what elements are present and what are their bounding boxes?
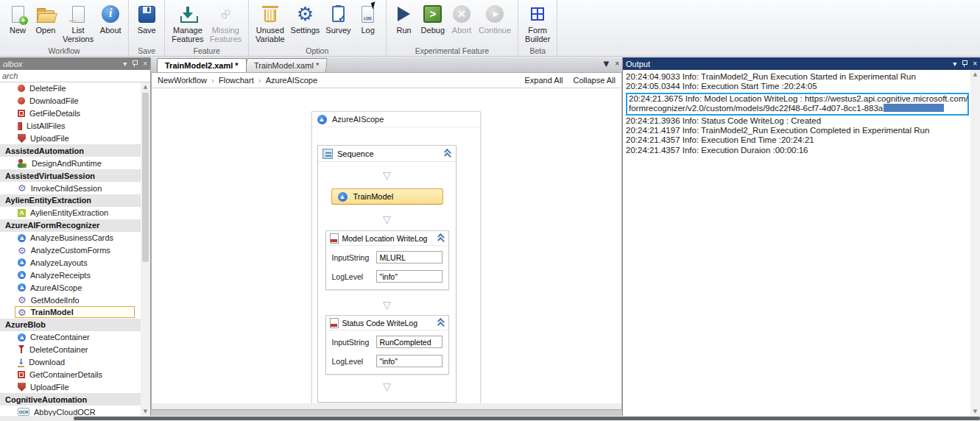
tab-trainmodel2[interactable]: TrainModel2.xaml *: [157, 58, 247, 72]
toolbox-item-uploadfile[interactable]: UploadFile: [0, 381, 141, 393]
abort-button[interactable]: Abort: [448, 2, 476, 46]
collapse-chevron-icon[interactable]: [443, 149, 451, 158]
red-glass-icon: [18, 345, 25, 354]
inputstring-field[interactable]: MLURL: [376, 251, 443, 263]
collapse-chevron-icon[interactable]: [437, 319, 445, 327]
unused-variable-button[interactable]: Unused Variable: [253, 2, 288, 46]
toolbox-search-input[interactable]: arch: [0, 70, 150, 82]
settings-button[interactable]: ⚙Settings: [288, 2, 323, 46]
toolbox-item-getmodelinfo[interactable]: ⚙GetModelInfo: [0, 294, 141, 306]
status-code-writelog-activity[interactable]: Status Code WriteLog InputString RunComp…: [325, 315, 449, 375]
scrollbar-thumb[interactable]: [74, 417, 980, 420]
toolbox-item-getcontainerdetails[interactable]: GetContainerDetails: [0, 368, 141, 381]
run-button[interactable]: Run: [390, 2, 418, 46]
toolbox-menu-dropdown-icon[interactable]: ▾: [123, 60, 127, 68]
scrollbar-thumb[interactable]: [142, 93, 149, 262]
toolbox-item-label: TrainModel: [31, 308, 74, 316]
toolbox-item-downloadfile[interactable]: DownloadFile: [0, 95, 141, 107]
toolbox-close-icon[interactable]: ×: [143, 60, 147, 68]
toolbox-item-download[interactable]: ↓Download: [0, 356, 141, 369]
toolbox-category-aylienentityextraction[interactable]: AylienEntityExtraction: [0, 194, 141, 207]
toolbox-item-trainmodel[interactable]: ⚙TrainModel: [0, 306, 141, 319]
output-scrollbar[interactable]: ▲ ▼: [970, 70, 980, 416]
ribbon-group-caption: Save: [129, 46, 164, 55]
toolbox-category-assistedautomation[interactable]: AssistedAutomation: [0, 144, 141, 157]
toolbox-item-listallfiles[interactable]: ListAllFiles: [0, 120, 141, 132]
canvas-horizontal-scrollbar[interactable]: [152, 403, 621, 409]
writelog-header[interactable]: Status Code WriteLog: [326, 316, 448, 330]
continue-button[interactable]: Continue: [476, 2, 514, 46]
scroll-up-icon[interactable]: ▲: [141, 84, 150, 90]
form-builder-button[interactable]: Form Builder: [522, 2, 553, 46]
toolbox-item-analyzelayouts[interactable]: AnalyzeLayouts: [0, 256, 141, 269]
output-log[interactable]: 20:24:04.9033 Info: TrainModel2_Run Exec…: [623, 70, 970, 416]
collapse-chevron-icon[interactable]: [437, 234, 445, 242]
toolbox-category-assistedvirtualsession[interactable]: AssistedVirtualSession: [0, 169, 141, 182]
toolbox-item-getfiledetails[interactable]: GetFileDetails: [0, 107, 141, 120]
model-location-writelog-activity[interactable]: Model Location WriteLog InputString MLUR…: [325, 230, 449, 290]
writelog-header[interactable]: Model Location WriteLog: [326, 231, 448, 246]
toolbox-scrollbar[interactable]: ▲ ▼: [141, 82, 150, 416]
survey-button[interactable]: Survey: [322, 2, 353, 46]
scroll-down-icon[interactable]: ▼: [141, 408, 150, 414]
azure-circle-icon: [18, 333, 26, 342]
list-versions-button[interactable]: List Versions: [60, 2, 96, 46]
toolbox-item-analyzecustomforms[interactable]: ⚙AnalyzeCustomForms: [0, 244, 141, 257]
scroll-up-icon[interactable]: ▲: [970, 71, 980, 77]
toolbox-item-createcontainer[interactable]: CreateContainer: [0, 331, 141, 344]
toolbox-category-cognitiveautomation[interactable]: CognitiveAutomation: [0, 393, 141, 406]
toolbox-item-abbyycloudocr[interactable]: OCRAbbyyCloudOCR: [0, 406, 141, 416]
tab-close-icon[interactable]: ×: [615, 60, 619, 68]
ribbon-group-experimental-feature: RunDebugAbortContinueExperimental Featur…: [387, 0, 518, 56]
window-horizontal-scrollbar[interactable]: [0, 416, 980, 421]
toolbox-item-invokechildsession[interactable]: ⚙InvokeChildSession: [0, 182, 141, 194]
expand-all-button[interactable]: Expand All: [525, 76, 563, 85]
toolbox-item-azureaiscope[interactable]: AzureAIScope: [0, 281, 141, 294]
toolbox-item-analyzereceipts[interactable]: AnalyzeReceipts: [0, 269, 141, 281]
toolbox-item-uploadfile[interactable]: UploadFile: [0, 132, 141, 145]
output-menu-dropdown-icon[interactable]: ▾: [953, 60, 956, 68]
about-button[interactable]: About: [96, 2, 124, 46]
toolbox-category-azureaiformrecognizer[interactable]: AzureAIFormRecognizer: [0, 219, 141, 232]
log-line: formrecognizer/v2.0/custom/models/9dc22f…: [629, 104, 966, 113]
toolbox-item-aylienentityextraction[interactable]: AAylienEntityExtraction: [0, 207, 141, 219]
breadcrumb-newworkflow[interactable]: NewWorkflow: [158, 76, 207, 85]
missing-features-button[interactable]: ∞Missing Features: [207, 2, 244, 46]
inputstring-field[interactable]: RunCompleted: [376, 336, 443, 348]
toolbox-item-label: AylienEntityExtraction: [30, 208, 108, 217]
tab-list-dropdown-icon[interactable]: ▼: [603, 60, 609, 68]
trainmodel-activity[interactable]: TrainModel: [331, 188, 443, 205]
loglevel-field[interactable]: "info": [376, 355, 443, 367]
manage-features-button[interactable]: Manage Features: [169, 2, 206, 46]
new-button[interactable]: New: [4, 2, 32, 46]
toolbox-pin-icon[interactable]: [132, 60, 138, 68]
toolbox-category-azureblob[interactable]: AzureBlob: [0, 319, 141, 331]
document-tabstrip: TrainModel2.xaml * TrainModel.xaml * ▼ ×: [151, 57, 622, 72]
toolbox-item-label: AzureAIScope: [30, 283, 82, 292]
flow-connector-icon: ▽: [383, 300, 391, 310]
debug-button[interactable]: Debug: [418, 2, 448, 46]
azureaiscope-activity[interactable]: AzureAIScope Sequence ▽ TrainModel ▽: [311, 111, 481, 410]
scroll-down-icon[interactable]: ▼: [970, 408, 980, 414]
tab-label: TrainModel.xaml *: [254, 61, 319, 70]
log-button[interactable]: Log: [354, 2, 382, 46]
open-button[interactable]: Open: [32, 2, 60, 46]
breadcrumb-azureaiscope[interactable]: AzureAIScope: [266, 76, 317, 85]
tab-trainmodel[interactable]: TrainModel.xaml *: [245, 58, 328, 72]
toolbox-item-designandruntime[interactable]: DesignAndRuntime: [0, 157, 141, 169]
designer-canvas[interactable]: AzureAIScope Sequence ▽ TrainModel ▽: [151, 88, 622, 410]
sequence-activity[interactable]: Sequence ▽ TrainModel ▽ Model Location W…: [317, 145, 456, 403]
output-close-icon[interactable]: ×: [973, 60, 977, 68]
toolbox-item-deletecontainer[interactable]: DeleteContainer: [0, 344, 141, 356]
breadcrumb-flowchart[interactable]: Flowchart: [219, 76, 254, 85]
output-pin-icon[interactable]: [962, 60, 967, 68]
toolbox-item-analyzebusinesscards[interactable]: AnalyzeBusinessCards: [0, 232, 141, 244]
azureaiscope-header[interactable]: AzureAIScope: [312, 112, 480, 127]
collapse-all-button[interactable]: Collapse All: [574, 76, 616, 85]
loglevel-field[interactable]: "info": [376, 270, 443, 283]
sequence-header[interactable]: Sequence: [318, 146, 456, 162]
toolbox-item-deletefile[interactable]: DeleteFile: [0, 82, 141, 95]
ocr-icon: OCR: [18, 408, 29, 416]
toolbox-item-label: DownloadFile: [29, 96, 79, 105]
save-button[interactable]: Save: [133, 2, 161, 46]
